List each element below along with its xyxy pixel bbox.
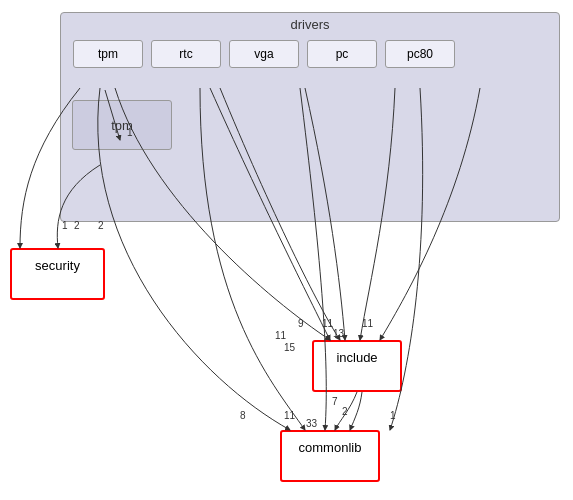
- module-pc[interactable]: pc: [307, 40, 377, 68]
- modules-row: tpm rtc vga pc pc80: [61, 40, 559, 68]
- module-vga[interactable]: vga: [229, 40, 299, 68]
- edge-label-6: 11: [275, 330, 286, 341]
- module-pc-label: pc: [336, 47, 349, 61]
- edge-label-16: 1: [390, 410, 396, 421]
- module-pc80-label: pc80: [407, 47, 433, 61]
- edge-label-4: 1: [127, 127, 133, 138]
- edge-label-9: 13: [333, 328, 344, 339]
- include-label: include: [336, 350, 377, 365]
- module-rtc-label: rtc: [179, 47, 192, 61]
- edge-label-12: 11: [284, 410, 295, 421]
- module-rtc[interactable]: rtc: [151, 40, 221, 68]
- edge-label-5: 9: [298, 318, 304, 329]
- edge-label-11: 8: [240, 410, 246, 421]
- edge-label-10: 11: [362, 318, 373, 329]
- edge-label-8: 11: [322, 318, 333, 329]
- module-tpm-label: tpm: [98, 47, 118, 61]
- edge-label-15: 2: [342, 406, 348, 417]
- module-tpm[interactable]: tpm: [73, 40, 143, 68]
- edge-label-3: 2: [98, 220, 104, 231]
- security-node[interactable]: security: [10, 248, 105, 300]
- drivers-label: drivers: [61, 13, 559, 38]
- edge-label-2: 2: [74, 220, 80, 231]
- edge-label-7: 15: [284, 342, 295, 353]
- module-vga-label: vga: [254, 47, 273, 61]
- edge-label-14: 7: [332, 396, 338, 407]
- include-node[interactable]: include: [312, 340, 402, 392]
- commonlib-label: commonlib: [299, 440, 362, 455]
- edge-label-1: 1: [62, 220, 68, 231]
- security-label: security: [35, 258, 80, 273]
- tpm-inner-box[interactable]: tpm: [72, 100, 172, 150]
- commonlib-node[interactable]: commonlib: [280, 430, 380, 482]
- edge-label-13: 33: [306, 418, 317, 429]
- module-pc80[interactable]: pc80: [385, 40, 455, 68]
